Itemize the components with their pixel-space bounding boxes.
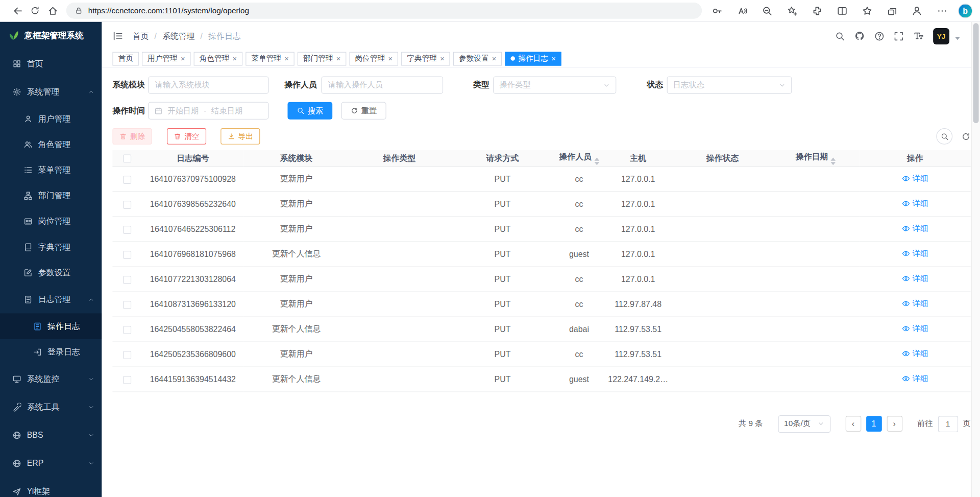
address-bar[interactable]: https://ccnetcore.com:1101/system/log/op…	[66, 3, 702, 19]
favorites-icon[interactable]	[858, 2, 875, 19]
prev-page-button[interactable]: ‹	[845, 416, 861, 432]
module-input[interactable]	[148, 76, 268, 93]
zoom-out-icon[interactable]	[758, 2, 775, 19]
sidebar-item-param-settings[interactable]: 参数设置	[0, 259, 102, 285]
tab-home[interactable]: 首页	[112, 52, 138, 65]
select-all-checkbox[interactable]	[123, 155, 131, 163]
row-checkbox[interactable]	[123, 375, 131, 384]
detail-link[interactable]: 详细	[902, 273, 928, 284]
sidebar-item-login-log[interactable]: 登录日志	[0, 339, 102, 365]
browser-back-button[interactable]	[9, 2, 26, 19]
avatar-dropdown-caret-icon[interactable]	[955, 37, 960, 40]
copilot-icon[interactable]: b	[958, 4, 972, 18]
github-icon[interactable]	[854, 31, 865, 41]
sidebar-item-operation-log[interactable]: 操作日志	[0, 313, 102, 339]
sort-icon[interactable]	[594, 157, 599, 165]
browser-home-button[interactable]	[44, 2, 61, 19]
tab-dept-mgmt[interactable]: 部门管理×	[298, 52, 347, 65]
sidebar-item-dept-mgmt[interactable]: 部门管理	[0, 183, 102, 208]
detail-link[interactable]: 详细	[902, 173, 928, 184]
split-screen-icon[interactable]	[833, 2, 850, 19]
next-page-button[interactable]: ›	[887, 416, 902, 432]
sidebar-item-log-mgmt[interactable]: 日志管理	[0, 285, 102, 313]
add-favorite-icon[interactable]	[783, 2, 800, 19]
tab-menu-mgmt[interactable]: 菜单管理×	[246, 52, 295, 65]
tab-post-mgmt[interactable]: 岗位管理×	[350, 52, 399, 65]
scrollbar-thumb[interactable]	[973, 23, 979, 123]
detail-link[interactable]: 详细	[902, 323, 928, 334]
browser-menu-icon[interactable]	[933, 2, 950, 19]
sidebar-item-post-mgmt[interactable]: 岗位管理	[0, 208, 102, 234]
status-select[interactable]: 日志状态	[667, 76, 792, 93]
tab-close-icon[interactable]: ×	[284, 55, 289, 62]
breadcrumb-system[interactable]: 系统管理	[162, 30, 195, 41]
sidebar-item-system-monitor[interactable]: 系统监控	[0, 365, 102, 393]
refresh-table-button[interactable]	[961, 132, 970, 141]
tab-close-icon[interactable]: ×	[181, 55, 185, 62]
row-checkbox[interactable]	[123, 300, 131, 309]
row-checkbox[interactable]	[123, 325, 131, 334]
row-checkbox[interactable]	[123, 200, 131, 208]
date-range-picker[interactable]: 开始日期 - 结束日期	[148, 102, 268, 120]
goto-page-input[interactable]	[938, 416, 958, 432]
sort-icon[interactable]	[830, 157, 836, 165]
sidebar-item-home[interactable]: 首页	[0, 50, 102, 78]
detail-link[interactable]: 详细	[902, 223, 928, 234]
sidebar-item-yi-framework[interactable]: Yi框架	[0, 477, 102, 497]
row-checkbox[interactable]	[123, 275, 131, 283]
tab-close-icon[interactable]: ×	[551, 55, 556, 62]
tab-close-icon[interactable]: ×	[233, 55, 237, 62]
clear-button[interactable]: 清空	[167, 128, 206, 145]
sidebar-item-user-mgmt[interactable]: 用户管理	[0, 106, 102, 131]
sidebar-item-system-tools[interactable]: 系统工具	[0, 393, 102, 421]
tab-close-icon[interactable]: ×	[336, 55, 341, 62]
profile-avatar-icon[interactable]	[908, 2, 925, 19]
collections-icon[interactable]	[883, 2, 900, 19]
tab-close-icon[interactable]: ×	[388, 55, 393, 62]
extensions-icon[interactable]	[808, 2, 825, 19]
fullscreen-icon[interactable]	[894, 31, 904, 41]
detail-link[interactable]: 详细	[902, 348, 928, 359]
font-size-icon[interactable]	[913, 31, 924, 41]
breadcrumb-home[interactable]: 首页	[133, 30, 149, 41]
tab-role-mgmt[interactable]: 角色管理×	[194, 52, 243, 65]
password-key-icon[interactable]	[708, 2, 725, 19]
type-select[interactable]: 操作类型	[493, 76, 616, 93]
tab-dict-mgmt[interactable]: 字典管理×	[401, 52, 450, 65]
tab-close-icon[interactable]: ×	[492, 55, 497, 62]
row-checkbox[interactable]	[123, 176, 131, 184]
page-scrollbar[interactable]	[971, 22, 980, 497]
reset-button[interactable]: 重置	[341, 102, 386, 120]
delete-button[interactable]: 删除	[112, 128, 152, 145]
help-icon[interactable]	[874, 31, 885, 41]
read-aloud-icon[interactable]	[733, 2, 750, 19]
operator-input[interactable]	[321, 76, 443, 93]
page-size-select[interactable]: 10条/页	[778, 415, 830, 432]
sidebar-item-role-mgmt[interactable]: 角色管理	[0, 131, 102, 157]
sidebar-item-system[interactable]: 系统管理	[0, 78, 102, 106]
sidebar-item-erp[interactable]: ERP	[0, 449, 102, 477]
sidebar-item-bbs[interactable]: BBS	[0, 421, 102, 449]
row-checkbox[interactable]	[123, 250, 131, 258]
row-checkbox[interactable]	[123, 350, 131, 359]
detail-link[interactable]: 详细	[902, 198, 928, 209]
detail-link[interactable]: 详细	[902, 298, 928, 309]
header-search-icon[interactable]	[835, 31, 845, 41]
sidebar-item-dict-mgmt[interactable]: 字典管理	[0, 234, 102, 259]
show-search-toggle-button[interactable]	[936, 128, 952, 145]
browser-refresh-button[interactable]	[26, 2, 43, 19]
export-button[interactable]: 导出	[220, 128, 260, 145]
user-avatar[interactable]: YJ	[933, 28, 949, 44]
detail-link[interactable]: 详细	[902, 248, 928, 259]
row-checkbox[interactable]	[123, 225, 131, 233]
col-operator[interactable]: 操作人员	[555, 150, 603, 167]
sidebar-item-menu-mgmt[interactable]: 菜单管理	[0, 157, 102, 182]
tab-user-mgmt[interactable]: 用户管理×	[142, 52, 191, 65]
sidebar-toggle-icon[interactable]	[112, 31, 123, 41]
page-number-button[interactable]: 1	[866, 416, 882, 432]
detail-link[interactable]: 详细	[902, 373, 928, 384]
col-date[interactable]: 操作日期	[772, 150, 859, 167]
tab-param-settings[interactable]: 参数设置×	[453, 52, 502, 65]
tab-operation-log[interactable]: 操作日志×	[505, 52, 561, 65]
search-button[interactable]: 搜索	[287, 102, 332, 120]
